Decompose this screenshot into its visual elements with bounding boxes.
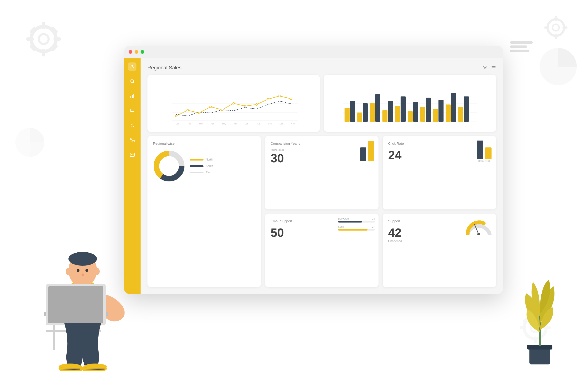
line-chart-card: Jan Feb Mar Apr May Jun Jul Aug Sep Oct … (148, 75, 320, 132)
send-bar (338, 229, 368, 230)
svg-rect-91 (458, 107, 463, 122)
svg-rect-84 (413, 102, 418, 122)
svg-rect-90 (451, 93, 456, 122)
svg-rect-76 (363, 103, 368, 122)
regional-wise-title: Regional-wise (153, 142, 256, 145)
svg-rect-74 (350, 101, 355, 122)
svg-rect-82 (400, 96, 406, 122)
click-rate-card: Click Rate 24 Open Click (383, 136, 496, 210)
comparison-card: Comparision Yearly 2019-2020 30 (265, 136, 378, 210)
svg-point-110 (77, 269, 80, 272)
svg-point-52 (244, 105, 246, 107)
email-bars: Delivered 23 Send 27 (338, 217, 375, 230)
svg-rect-15 (562, 26, 568, 29)
svg-text:Oct: Oct (280, 123, 283, 125)
dashboard-window: Regional Sales (124, 46, 503, 294)
svg-rect-14 (544, 26, 550, 29)
sidebar-item-phone[interactable] (128, 136, 136, 144)
person-illustration (23, 174, 147, 371)
click-bar-open (477, 140, 483, 159)
svg-line-31 (133, 82, 134, 83)
svg-rect-75 (357, 112, 362, 122)
svg-point-47 (187, 109, 188, 111)
menu-icon[interactable] (491, 65, 496, 70)
svg-point-48 (198, 112, 200, 114)
svg-text:Jan: Jan (176, 123, 180, 125)
svg-rect-28 (510, 50, 530, 52)
main-content: Regional Sales (140, 58, 503, 294)
svg-point-55 (278, 95, 280, 97)
comparison-title: Comparision Yearly (270, 142, 373, 145)
svg-point-46 (175, 115, 177, 117)
svg-point-29 (132, 65, 133, 66)
svg-rect-92 (464, 96, 469, 122)
svg-rect-117 (48, 286, 103, 323)
sidebar-item-mail[interactable] (128, 151, 136, 159)
svg-point-1 (38, 34, 48, 44)
pie-decoration-tr (538, 46, 579, 87)
support-sublabel: Unopened (388, 239, 490, 243)
svg-point-109 (68, 252, 97, 266)
comp-bar-dark (360, 148, 366, 161)
svg-point-113 (66, 268, 71, 275)
svg-rect-34 (134, 94, 134, 98)
content-header: Regional Sales (148, 65, 496, 71)
gear-decoration-tl (23, 18, 64, 60)
window-dot-red[interactable] (128, 50, 132, 54)
gear-decoration-tr (542, 14, 570, 41)
svg-rect-3 (42, 49, 45, 56)
svg-point-53 (256, 104, 258, 106)
comp-bar-yellow (368, 141, 374, 161)
gauge-container (465, 218, 492, 236)
regional-wise-card: Regional-wise North (148, 136, 261, 287)
svg-rect-89 (446, 104, 451, 122)
window-titlebar (124, 46, 503, 58)
svg-rect-26 (510, 41, 533, 44)
svg-text:Jun: Jun (234, 123, 237, 125)
svg-point-98 (477, 233, 480, 236)
window-dot-yellow[interactable] (134, 50, 138, 54)
bar-chart-card (324, 75, 496, 132)
svg-rect-77 (370, 103, 375, 122)
svg-point-50 (221, 109, 223, 111)
delivered-value: 23 (372, 217, 375, 220)
sidebar-item-chart[interactable] (128, 92, 136, 100)
sidebar-item-profile[interactable] (128, 121, 136, 130)
svg-text:Nov: Nov (291, 123, 295, 125)
svg-point-56 (290, 98, 292, 100)
svg-rect-85 (420, 107, 426, 122)
sidebar-item-message[interactable] (128, 106, 136, 115)
page-title: Regional Sales (148, 65, 182, 71)
svg-text:May: May (222, 123, 226, 125)
svg-rect-5 (54, 38, 61, 41)
plant-illustration (508, 264, 572, 374)
click-bar-click (485, 148, 492, 159)
sidebar-item-user[interactable] (128, 62, 136, 71)
svg-rect-80 (388, 101, 393, 122)
lines-decoration-tr (510, 41, 533, 55)
window-dot-green[interactable] (140, 50, 144, 54)
svg-rect-2 (42, 22, 45, 29)
svg-rect-83 (408, 112, 413, 122)
svg-text:Sep: Sep (268, 123, 272, 125)
svg-rect-73 (344, 108, 350, 122)
svg-point-112 (82, 274, 84, 276)
settings-icon[interactable] (482, 65, 488, 70)
svg-rect-13 (555, 34, 557, 39)
svg-rect-86 (426, 98, 431, 122)
svg-rect-88 (438, 100, 444, 122)
svg-text:Apr: Apr (210, 123, 214, 125)
sidebar-item-search[interactable] (128, 77, 136, 86)
svg-point-11 (553, 24, 559, 31)
svg-point-49 (210, 106, 212, 108)
svg-rect-81 (395, 106, 400, 122)
window-body: Regional Sales (124, 58, 503, 294)
comparison-subtitle: 2019-2020 (270, 148, 373, 152)
svg-point-10 (548, 19, 564, 36)
svg-text:Feb: Feb (188, 123, 191, 125)
svg-rect-27 (510, 46, 527, 48)
svg-rect-79 (382, 110, 388, 122)
click-rate-title: Click Rate (388, 142, 490, 145)
click-rate-number: 24 (388, 148, 490, 162)
svg-point-114 (94, 268, 100, 275)
